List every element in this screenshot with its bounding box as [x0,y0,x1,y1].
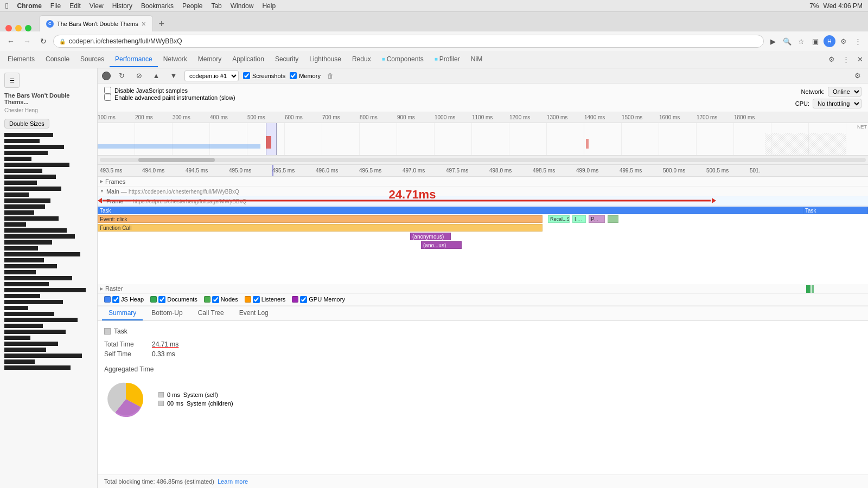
tab-summary[interactable]: Summary [102,306,143,320]
tab-lighthouse[interactable]: Lighthouse [304,52,347,67]
anonymous2-bar[interactable]: (ano...us) [421,241,462,249]
new-tab-button[interactable]: + [154,16,169,31]
listeners-checkbox[interactable] [253,296,260,303]
blocking-text: Total blocking time: 486.85ms (estimated… [104,478,214,485]
devtools-close-icon[interactable]: ✕ [854,54,866,66]
network-select[interactable]: Online [828,87,861,97]
tab-performance[interactable]: Performance [110,52,158,67]
active-tab[interactable]: C The Bars Won't Double Thems × [39,15,153,31]
extension-icon[interactable]: ⚙ [838,35,850,47]
learn-more-link[interactable]: Learn more [218,478,248,485]
apple-menu[interactable]:  [5,1,8,10]
nodes-color [204,296,210,303]
raster-expand-icon[interactable]: ▶ [100,286,103,291]
tab-nim[interactable]: NiM [465,52,488,67]
event-click-bar[interactable]: Event: click [98,215,542,223]
cursor-icon[interactable]: ▶ [767,35,779,47]
tab-components[interactable]: ■ Components [376,52,429,67]
layout-bar[interactable]: L... [572,215,586,223]
double-sizes-button[interactable]: Double Sizes [4,119,49,129]
tab-memory[interactable]: Memory [193,52,227,67]
search-icon[interactable]: 🔍 [781,35,793,47]
performance-options: Disable JavaScript samples Enable advanc… [98,84,868,112]
bookmarks-menu[interactable]: Bookmarks [141,2,174,10]
back-button[interactable]: ← [4,35,17,48]
cast-icon[interactable]: ▣ [809,35,821,47]
devtools-settings-icon[interactable]: ⚙ [826,54,838,66]
maximize-traffic-light[interactable] [25,25,31,31]
reload-record-button[interactable]: ↻ [115,69,128,82]
screenshots-checkbox[interactable] [243,72,250,79]
tab-redux[interactable]: Redux [347,52,376,67]
paint-bar[interactable]: P... [589,215,605,223]
window-menu[interactable]: Window [231,2,254,10]
gpu-checkbox[interactable] [300,296,307,303]
forward-button[interactable]: → [21,35,34,48]
tab-call-tree[interactable]: Call Tree [192,306,231,320]
summary-panel: Task Total Time 24.71 ms Self Time 0.33 … [98,321,868,475]
record-button[interactable] [102,72,111,80]
reload-button[interactable]: ↻ [37,35,50,48]
scrollbar-thumb[interactable] [138,158,215,162]
disable-js-checkbox[interactable] [104,87,111,94]
stop-recording-button[interactable]: ⊘ [132,69,145,82]
tab-profiler[interactable]: ■ Profiler [429,52,465,67]
function-call-bar[interactable]: Function Call [98,224,542,232]
system-self-icon [158,392,164,397]
perf-settings-icon[interactable]: ⚙ [852,70,864,82]
tab-network[interactable]: Network [158,52,193,67]
frames-expand-icon[interactable]: ▶ [100,179,103,184]
edit-menu[interactable]: Edit [69,2,81,10]
chrome-menu[interactable]: Chrome [17,2,41,10]
load-profile-button[interactable]: ▲ [150,69,163,82]
close-traffic-light[interactable] [5,25,12,31]
people-menu[interactable]: People [182,2,202,10]
system-children-label: System (children) [187,400,233,407]
help-menu[interactable]: Help [262,2,276,10]
account-icon[interactable]: H [824,35,835,47]
main-expand-icon[interactable]: ▼ [100,189,104,194]
timeline-scrollbar[interactable] [98,156,868,164]
overview-visualization[interactable]: NET [98,123,868,156]
devtools-more-icon[interactable]: ⋮ [840,54,852,66]
tab-sources[interactable]: Sources [75,52,110,67]
nodes-checkbox[interactable] [212,296,219,303]
tab-close-button[interactable]: × [142,20,146,28]
documents-checkbox[interactable] [158,296,165,303]
recalc-style-bar[interactable]: Recal...Style [548,215,570,223]
total-time-row: Total Time 24.71 ms [104,339,861,349]
memory-checkbox[interactable] [290,72,297,79]
composite-bar[interactable] [608,215,618,223]
minimize-traffic-light[interactable] [15,25,22,31]
tab-bar: C The Bars Won't Double Thems × + [0,12,868,31]
more-icon[interactable]: ⋮ [852,35,864,47]
flame-tracks[interactable]: Task Task Event: click Recal...Style [98,206,868,284]
tab-bottom-up[interactable]: Bottom-Up [145,306,189,320]
flame-graph-area: 493.5 ms 494.0 ms 494.5 ms 495.0 ms 495.… [98,165,868,306]
task-bar-right[interactable]: Task [803,207,868,214]
bookmark-icon[interactable]: ☆ [795,35,807,47]
clear-button[interactable]: 🗑 [327,72,334,80]
history-menu[interactable]: History [112,2,132,10]
profile-selector[interactable]: codepen.io #1 [184,70,239,81]
traffic-lights [5,25,31,31]
anonymous1-bar[interactable]: (anonymous) [410,233,451,240]
tab-event-log[interactable]: Event Log [233,306,275,320]
nodes-cb: Nodes [204,296,238,303]
view-menu[interactable]: View [90,2,104,10]
file-menu[interactable]: File [50,2,61,10]
tab-console[interactable]: Console [40,52,75,67]
frame-expand-icon[interactable]: ▼ [100,198,104,203]
cpu-select[interactable]: No throttling [813,99,861,108]
task-bar[interactable]: Task [98,207,841,214]
devtools-dock-icon[interactable]: ☰ [4,73,20,88]
enable-paint-checkbox[interactable] [104,94,111,101]
timeline-overview: 100 ms 200 ms 300 ms 400 ms 500 ms 600 m… [98,112,868,165]
tab-application[interactable]: Application [227,52,270,67]
tab-elements[interactable]: Elements [2,52,40,67]
url-bar[interactable]: 🔒 codepen.io/chesterheng/full/MWyBBxQ [53,35,764,48]
tab-menu[interactable]: Tab [211,2,221,10]
save-profile-button[interactable]: ▼ [167,69,180,82]
js-heap-checkbox[interactable] [112,296,119,303]
tab-security[interactable]: Security [270,52,304,67]
